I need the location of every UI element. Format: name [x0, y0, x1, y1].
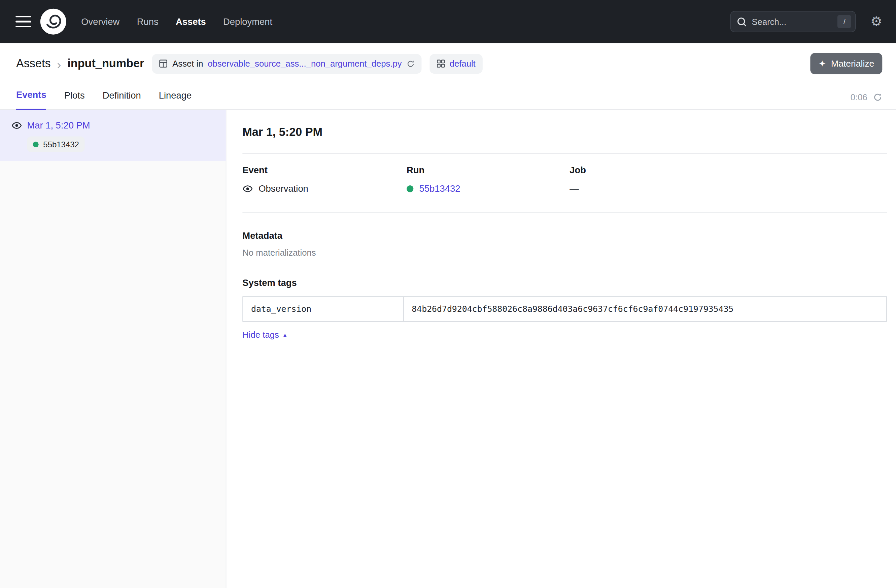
top-nav: Overview Runs Assets Deployment / ⚙ [0, 0, 896, 43]
job-empty-value: — [570, 184, 579, 194]
tab-definition[interactable]: Definition [103, 91, 141, 109]
refresh-timer: 0:06 [850, 92, 867, 102]
run-id-label: 55b13432 [43, 140, 79, 149]
event-timestamp-link[interactable]: Mar 1, 5:20 PM [27, 120, 90, 131]
dagster-logo[interactable] [40, 8, 67, 35]
divider [242, 212, 887, 213]
metadata-empty-text: No materializations [242, 248, 887, 257]
tab-events[interactable]: Events [16, 90, 46, 110]
refresh-icon[interactable] [873, 93, 882, 102]
nav-item-assets[interactable]: Assets [176, 17, 206, 27]
metadata-section: Metadata No materializations [242, 231, 887, 257]
caret-up-icon: ▲ [282, 332, 288, 337]
refresh-status: 0:06 [850, 92, 882, 109]
sparkle-icon: ✦ [818, 59, 826, 68]
event-column: Event Observation [242, 165, 407, 194]
primary-nav: Overview Runs Assets Deployment [81, 17, 272, 27]
content-area: Mar 1, 5:20 PM 55b13432 Mar 1, 5:20 PM E… [0, 110, 896, 588]
run-column: Run 55b13432 [407, 165, 570, 194]
eye-icon [11, 120, 22, 131]
hamburger-menu-icon[interactable] [15, 14, 31, 30]
tab-lineage[interactable]: Lineage [159, 91, 192, 109]
observation-eye-icon [242, 184, 253, 194]
gear-icon[interactable]: ⚙ [870, 15, 882, 28]
run-id-chip[interactable]: 55b13432 [27, 137, 85, 152]
asset-definition-chip[interactable]: Asset in observable_source_ass..._non_ar… [152, 54, 421, 73]
group-default-link[interactable]: default [450, 59, 475, 68]
table-icon [159, 59, 168, 68]
job-column: Job — [570, 165, 887, 194]
breadcrumb: Assets › input_number [16, 57, 144, 70]
materialize-label: Materialize [831, 59, 874, 69]
run-id-link[interactable]: 55b13432 [419, 184, 460, 194]
tab-plots[interactable]: Plots [64, 91, 85, 109]
event-title: Mar 1, 5:20 PM [242, 126, 887, 138]
event-list-sidebar: Mar 1, 5:20 PM 55b13432 [0, 110, 226, 588]
nav-item-runs[interactable]: Runs [137, 17, 158, 27]
reload-definition-icon[interactable] [406, 59, 414, 68]
run-status-dot [407, 185, 414, 192]
materialize-button[interactable]: ✦ Materialize [811, 53, 882, 74]
hide-tags-label: Hide tags [242, 330, 279, 339]
tag-value-cell: 84b26d7d9204cbf588026c8a9886d403a6c9637c… [404, 297, 886, 321]
system-tags-section: System tags data_version 84b26d7d9204cbf… [242, 278, 887, 340]
asset-chip-prefix: Asset in [172, 59, 203, 68]
search-shortcut-badge: / [837, 15, 851, 28]
job-column-header: Job [570, 165, 887, 176]
system-tags-table: data_version 84b26d7d9204cbf588026c8a988… [242, 296, 887, 322]
metadata-header: Metadata [242, 231, 887, 241]
nav-item-deployment[interactable]: Deployment [223, 17, 272, 27]
system-tags-header: System tags [242, 278, 887, 288]
asset-group-chip[interactable]: default [430, 54, 482, 73]
search-icon [737, 17, 747, 27]
chevron-right-icon: › [57, 57, 61, 70]
event-list-item-selected[interactable]: Mar 1, 5:20 PM 55b13432 [0, 110, 226, 161]
app-root: Overview Runs Assets Deployment / ⚙ Asse… [0, 0, 896, 588]
asset-name-title: input_number [67, 57, 144, 70]
event-column-header: Event [242, 165, 407, 176]
nav-item-overview[interactable]: Overview [81, 17, 119, 27]
page-header: Assets › input_number Asset in observabl… [0, 43, 896, 82]
event-type-label: Observation [259, 184, 308, 194]
search-input[interactable] [751, 17, 833, 27]
global-search[interactable]: / [730, 11, 856, 32]
asset-group-icon [436, 59, 445, 68]
divider [242, 153, 887, 154]
run-column-header: Run [407, 165, 570, 176]
event-summary-row: Event Observation Run [242, 165, 887, 194]
breadcrumb-assets-link[interactable]: Assets [16, 57, 51, 70]
tag-key-cell: data_version [243, 297, 404, 321]
event-detail-panel: Mar 1, 5:20 PM Event Observation [226, 110, 896, 588]
run-status-dot [33, 141, 39, 147]
asset-file-link[interactable]: observable_source_ass..._non_argument_de… [208, 59, 402, 68]
tab-bar: Events Plots Definition Lineage 0:06 [0, 82, 896, 110]
hide-tags-link[interactable]: Hide tags ▲ [242, 330, 288, 339]
